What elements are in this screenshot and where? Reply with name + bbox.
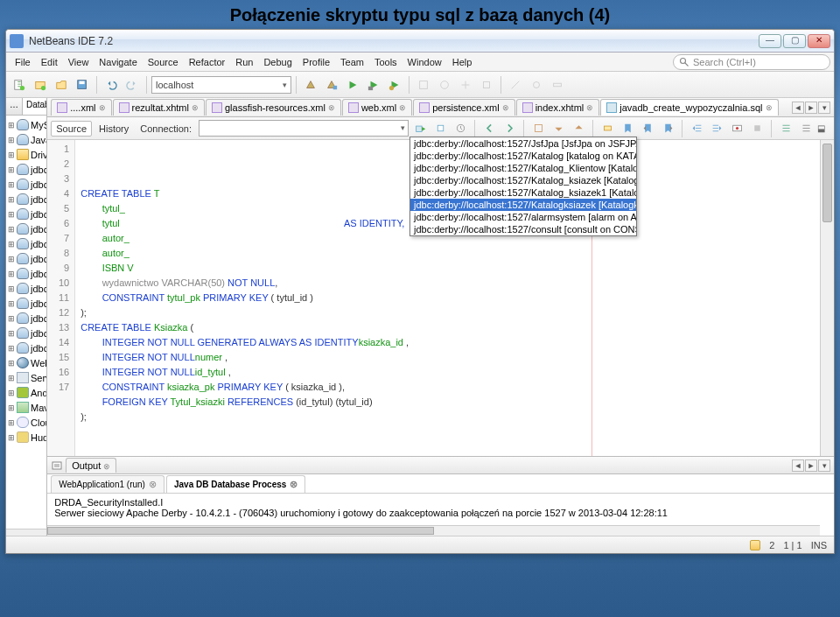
services-tree[interactable]: ⊞MyS⊞Java⊞Driv⊞jdbc⊞jdbc⊞jdbc⊞jdbc⊞jdbc⊞… [6,116,46,529]
tree-node[interactable]: ⊞jdbc [6,251,46,266]
dropdown-item[interactable]: jdbc:derby://localhost:1527/Katalog_ksia… [410,186,636,199]
tool3-button[interactable] [456,75,475,95]
find-sel-button[interactable] [529,120,547,137]
file-tab[interactable]: glassfish-resources.xml⊗ [206,99,341,116]
tab-nav-2[interactable]: ▾ [818,102,830,114]
tree-node[interactable]: ⊞jdbc [6,236,46,251]
run-sel-button[interactable] [431,120,449,137]
out-nav-left[interactable]: ◄ [792,459,804,472]
tree-node[interactable]: ⊞Android [6,385,46,400]
tool2-button[interactable] [435,75,454,95]
new-file-button[interactable] [10,75,29,95]
run-config-combo[interactable]: localhost▾ [151,76,291,94]
menu-edit[interactable]: Edit [36,55,63,69]
find-next-button[interactable] [570,120,587,137]
search-input[interactable]: Search (Ctrl+I) [673,54,830,70]
bookmark-next-button[interactable] [659,120,676,137]
find-prev-button[interactable] [550,120,567,137]
output-subtab[interactable]: Java DB Database Process⊗ [166,475,305,493]
tool5-button[interactable] [506,75,525,95]
build-button[interactable] [301,75,320,95]
tree-node[interactable]: ⊞jdbc [6,266,46,281]
dropdown-item[interactable]: jdbc:derby://localhost:1527/Katalogksiaz… [410,199,636,211]
toggle-hl-button[interactable] [598,120,616,137]
connection-combo[interactable]: ▾ jdbc:derby://localhost:1527/JsfJpa [Js… [199,120,409,137]
debug-button[interactable] [364,75,383,95]
menu-source[interactable]: Source [143,55,184,69]
tree-node[interactable]: ⊞Maven R [6,400,46,415]
menu-team[interactable]: Team [335,55,369,69]
menu-window[interactable]: Window [402,55,447,69]
sql-history-button[interactable] [452,120,469,137]
maximize-button[interactable]: ▢ [783,34,806,48]
sidebar-hscroll[interactable] [6,529,46,536]
shift-right-button[interactable] [708,120,725,137]
macro-stop-button[interactable] [748,120,766,137]
save-all-button[interactable] [73,75,92,95]
dropdown-item[interactable]: jdbc:derby://localhost:1527/alarmsystem … [410,211,636,223]
profile-button[interactable] [385,75,404,95]
console-hscroll[interactable] [47,525,820,536]
tree-node[interactable]: ⊞jdbc [6,296,46,311]
run-sql-button[interactable] [411,120,429,137]
tool1-button[interactable] [414,75,433,95]
menu-file[interactable]: File [10,55,36,69]
tree-node[interactable]: ⊞Web Se [6,355,46,370]
dropdown-item[interactable]: jdbc:derby://localhost:1527/Katalog_Klie… [410,162,636,174]
tree-node[interactable]: ⊞Driv [6,147,46,162]
tree-node[interactable]: ⊞Java [6,132,46,147]
tree-node[interactable]: ⊞Hudson [6,430,46,445]
clean-build-button[interactable] [322,75,341,95]
sidebar-tab-prev[interactable]: … [6,98,23,115]
menu-run[interactable]: Run [230,55,258,69]
uncomment-button[interactable] [797,120,815,137]
file-tab[interactable]: web.xml⊗ [342,99,412,116]
connection-dropdown[interactable]: jdbc:derby://localhost:1527/JsfJpa [JsfJ… [410,137,637,236]
tree-node[interactable]: ⊞jdbc [6,192,46,207]
tab-nav-1[interactable]: ► [805,102,817,114]
out-nav-menu[interactable]: ▾ [818,459,830,472]
undo-button[interactable] [102,75,121,95]
sidebar-tab-databases[interactable]: Databas [23,98,47,115]
console[interactable]: DRDA_SecurityInstalled.ISerwer sieciowy … [47,494,834,536]
menu-refactor[interactable]: Refactor [184,55,231,69]
tab-nav-0[interactable]: ◄ [792,102,804,114]
shift-left-button[interactable] [688,120,705,137]
file-tab[interactable]: javadb_create_wypozyczalnia.sql⊗ [600,99,778,116]
file-tab[interactable]: rezultat.xhtml⊗ [113,99,205,116]
macro-rec-button[interactable] [728,120,746,137]
tool4-button[interactable] [477,75,496,95]
editor-vscroll[interactable] [820,140,834,456]
next-button[interactable] [500,120,518,137]
file-tab[interactable]: index.xhtml⊗ [516,99,600,116]
file-tab[interactable]: ....xml⊗ [51,99,111,116]
minimize-button[interactable]: — [759,34,781,48]
tree-node[interactable]: ⊞jdbc [6,340,46,355]
tree-node[interactable]: ⊞jdbc [6,326,46,340]
redo-button[interactable] [122,75,142,95]
tool7-button[interactable] [548,75,567,95]
tree-node[interactable]: ⊞Servers [6,370,46,385]
output-tab[interactable]: Output⊗ [66,458,116,473]
tree-node[interactable]: ⊞jdbc [6,281,46,296]
out-nav-right[interactable]: ► [805,459,817,472]
tree-node[interactable]: ⊞Cloud [6,415,46,430]
bookmark-button[interactable] [619,120,636,137]
file-tab[interactable]: persistence.xml⊗ [413,99,514,116]
output-subtab[interactable]: WebApplication1 (run)⊗ [51,475,164,493]
history-view-button[interactable]: History [94,122,133,136]
tree-node[interactable]: ⊞jdbc [6,311,46,326]
source-view-button[interactable]: Source [51,121,92,137]
menu-tools[interactable]: Tools [369,55,402,69]
dropdown-item[interactable]: jdbc:derby://localhost:1527/Katalog [kat… [410,150,636,162]
new-project-button[interactable] [31,75,50,95]
prev-button[interactable] [480,120,498,137]
menu-help[interactable]: Help [447,55,478,69]
bookmark-prev-button[interactable] [639,120,656,137]
tool6-button[interactable] [527,75,546,95]
run-button[interactable] [343,75,362,95]
dropdown-item[interactable]: jdbc:derby://localhost:1527/consult [con… [410,223,636,235]
menu-debug[interactable]: Debug [258,55,297,69]
menu-profile[interactable]: Profile [298,55,335,69]
comment-button[interactable] [777,120,794,137]
